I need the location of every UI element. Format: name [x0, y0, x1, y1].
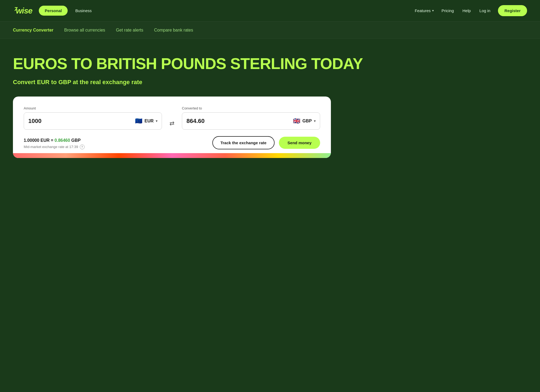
navbar-left: ⁷wise Personal Business — [13, 6, 415, 16]
hero-section: EUROS TO BRITISH POUNDS STERLING TODAY C… — [0, 39, 540, 169]
chevron-down-icon: ▾ — [432, 9, 434, 12]
to-currency-chevron: ▾ — [314, 119, 316, 123]
login-button[interactable]: Log in — [478, 6, 491, 16]
subnav-rate-alerts[interactable]: Get rate alerts — [116, 28, 143, 33]
subnav-browse-currencies[interactable]: Browse all currencies — [64, 28, 105, 33]
hero-title: EUROS TO BRITISH POUNDS STERLING TODAY — [13, 55, 527, 72]
to-field: Converted to 🇬🇧 GBP ▾ — [182, 106, 320, 130]
from-currency-selector[interactable]: 🇪🇺 EUR ▾ — [135, 117, 157, 125]
swap-button[interactable]: ⇄ — [167, 120, 176, 127]
navbar: ⁷wise Personal Business Features ▾ Prici… — [0, 0, 540, 22]
action-row: 1.00000 EUR = 0.86460 GBP Mid-market exc… — [24, 136, 320, 149]
to-currency-code: GBP — [302, 119, 312, 123]
navbar-right: Features ▾ Pricing Help Log in Register — [415, 5, 527, 16]
rate-text: 1.00000 EUR = — [24, 138, 54, 143]
register-button[interactable]: Register — [498, 5, 527, 16]
logo-icon: ⁷wise — [13, 6, 32, 15]
eur-flag-icon: 🇪🇺 — [135, 117, 142, 125]
converter-inputs-row: Amount 🇪🇺 EUR ▾ ⇄ Converted to — [24, 106, 320, 130]
rate-note-text: Mid-market exchange rate at 17:39 — [24, 145, 78, 149]
converted-label: Converted to — [182, 106, 320, 110]
swap-icon: ⇄ — [169, 120, 174, 127]
personal-button[interactable]: Personal — [39, 6, 68, 16]
to-currency-selector[interactable]: 🇬🇧 GBP ▾ — [293, 117, 316, 125]
track-rate-button[interactable]: Track the exchange rate — [212, 136, 275, 149]
to-input-wrapper: 🇬🇧 GBP ▾ — [182, 112, 320, 130]
amount-label: Amount — [24, 106, 162, 110]
from-currency-code: EUR — [144, 119, 154, 123]
hero-subtitle: Convert EUR to GBP at the real exchange … — [13, 79, 527, 86]
rate-note: Mid-market exchange rate at 17:39 ? — [24, 145, 212, 149]
to-amount-input[interactable] — [186, 118, 293, 125]
from-amount-input[interactable] — [28, 118, 135, 125]
pricing-button[interactable]: Pricing — [440, 6, 455, 16]
gbp-flag-icon: 🇬🇧 — [293, 117, 300, 125]
business-button[interactable]: Business — [74, 6, 93, 16]
info-icon[interactable]: ? — [80, 145, 85, 149]
from-input-wrapper: 🇪🇺 EUR ▾ — [24, 112, 162, 130]
features-button[interactable]: Features ▾ — [415, 8, 434, 13]
send-money-button[interactable]: Send money — [279, 137, 320, 149]
subnav-currency-converter[interactable]: Currency Converter — [13, 28, 53, 33]
rate-display: 1.00000 EUR = 0.86460 GBP — [24, 138, 212, 143]
rate-info-block: 1.00000 EUR = 0.86460 GBP Mid-market exc… — [24, 138, 212, 149]
action-buttons: Track the exchange rate Send money — [212, 136, 320, 149]
from-field: Amount 🇪🇺 EUR ▾ — [24, 106, 162, 130]
converter-card: Amount 🇪🇺 EUR ▾ ⇄ Converted to — [13, 97, 331, 158]
rate-value: 0.86460 — [54, 138, 70, 143]
subnav-compare-rates[interactable]: Compare bank rates — [154, 28, 193, 33]
from-currency-chevron: ▾ — [156, 119, 157, 123]
help-button[interactable]: Help — [461, 6, 472, 16]
rate-suffix: GBP — [70, 138, 81, 143]
logo[interactable]: ⁷wise — [13, 6, 32, 15]
subnav: Currency Converter Browse all currencies… — [0, 22, 540, 39]
